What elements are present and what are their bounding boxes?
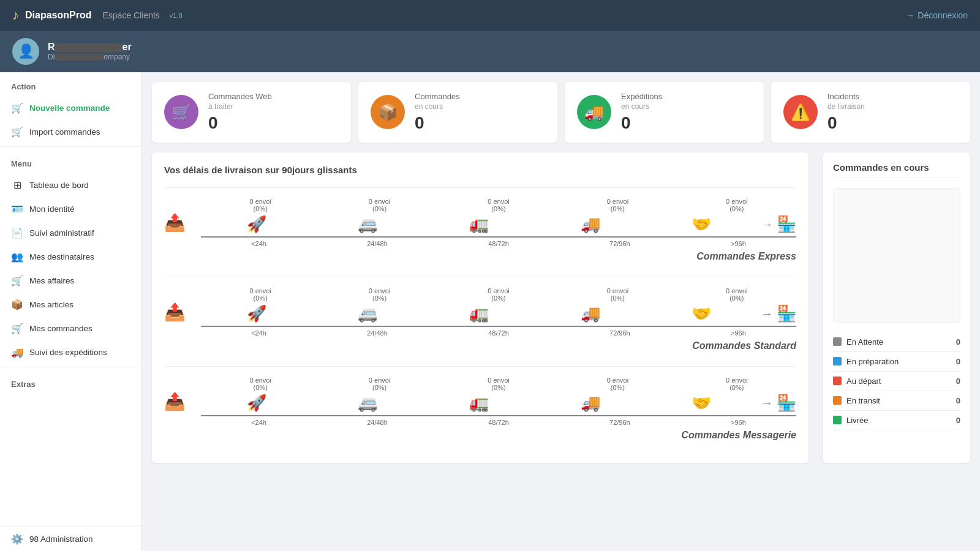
- step-stat-standard-3: 0 envoi(0%): [607, 287, 628, 302]
- step-stat-express-0: 0 envoi(0%): [249, 198, 271, 212]
- timeline-express: 📤 0 envoi(0%) 0 envoi(0%) 0 envoi(0%) 0 …: [164, 198, 796, 247]
- sidebar-item-suivi-expeditions[interactable]: 🚚 Suivi des expéditions: [0, 340, 141, 364]
- step-vehicle-express-4: 🤝: [692, 215, 711, 234]
- step-stat-express-2: 0 envoi(0%): [488, 198, 509, 212]
- main-content: 🛒 Commandes Web à traiter 0 📦 Commandes …: [142, 72, 980, 551]
- commandes-web-label: Commandes Web: [208, 92, 339, 102]
- track-messagerie: [201, 415, 796, 416]
- track-express: [201, 236, 796, 238]
- expeditions-value: 0: [621, 113, 752, 133]
- sidebar-item-nouvelle-commande[interactable]: 🛒 Nouvelle commande: [0, 96, 141, 120]
- step-stat-standard-0: 0 envoi(0%): [249, 287, 271, 302]
- icon-row-express: 🚀 🚐 🚛 🚚: [201, 215, 796, 234]
- bottom-row: Vos délais de livraison sur 90jours glis…: [152, 152, 970, 463]
- label-msg-0: <24h: [251, 419, 266, 426]
- label-standard-1: 24/48h: [367, 329, 388, 337]
- logout-button[interactable]: → Déconnexion: [906, 10, 968, 20]
- labels-row-messagerie: <24h 24/48h 48/72h 72/96h >96h: [201, 419, 796, 426]
- mon-identite-icon: 🪪: [11, 203, 23, 215]
- step-stat-msg-0: 0 envoi(0%): [249, 377, 271, 391]
- label-msg-4: >96h: [731, 419, 746, 426]
- icons-express: 🚀 🚐 🚛 🚚: [201, 215, 757, 234]
- end-icon-messagerie: 🏪: [777, 394, 796, 413]
- incidents-sublabel: de livraison: [827, 102, 958, 111]
- labels-row-express: <24h 24/48h 48/72h 72/96h >96h: [201, 240, 796, 247]
- logo-icon: ♪: [12, 7, 19, 23]
- step-vehicle-standard-4: 🤝: [692, 304, 711, 323]
- step-stat-msg-1: 0 envoi(0%): [369, 377, 390, 391]
- sidebar-item-label-articles: Mes articles: [29, 300, 74, 309]
- status-label-livree: Livrée: [833, 416, 868, 425]
- status-au-depart: Au départ 0: [833, 372, 960, 391]
- stats-row-messagerie: 0 envoi(0%) 0 envoi(0%) 0 envoi(0%) 0 en…: [201, 377, 796, 391]
- step-stat-express-1: 0 envoi(0%): [369, 198, 390, 212]
- end-icon-standard: 🏪: [777, 304, 796, 323]
- sidebar-item-label-expeditions: Suivi des expéditions: [29, 348, 107, 357]
- timeline-start-icon-messagerie: 📤: [164, 391, 186, 411]
- commandes-web-sublabel: à traiter: [208, 102, 339, 111]
- step-vehicle-msg-1: 🚐: [358, 394, 377, 413]
- step-stat-standard-2: 0 envoi(0%): [488, 287, 509, 302]
- stat-info-commandes-web: Commandes Web à traiter 0: [208, 92, 339, 133]
- status-dot-en-preparation: [833, 357, 842, 365]
- timeline-start-icon-express: 📤: [164, 212, 186, 233]
- incidents-icon: ⚠️: [783, 95, 818, 129]
- sidebar-item-import-commandes[interactable]: 🛒 Import commandes: [0, 120, 141, 144]
- status-count-au-depart: 0: [956, 377, 960, 386]
- sidebar-item-tableau-de-bord[interactable]: ⊞ Tableau de bord: [0, 173, 141, 197]
- nouvelle-commande-icon: 🛒: [11, 102, 23, 114]
- mes-affaires-icon: 🛒: [11, 275, 23, 287]
- step-icon-express-3: 🚚: [581, 215, 600, 234]
- sidebar-item-mes-commandes[interactable]: 🛒 Mes commandes: [0, 317, 141, 340]
- order-status-list: En Attente 0 En préparation 0: [833, 332, 960, 430]
- step-icon-express-4: 🤝: [692, 215, 711, 234]
- sidebar-item-mes-destinataires[interactable]: 👥 Mes destinataires: [0, 245, 141, 269]
- sidebar-item-label-commandes: Mes commandes: [29, 324, 92, 333]
- incidents-label: Incidents: [827, 92, 958, 102]
- user-company: Diompany: [48, 53, 132, 61]
- stat-cards: 🛒 Commandes Web à traiter 0 📦 Commandes …: [152, 82, 970, 143]
- step-stat-express-3: 0 envoi(0%): [607, 198, 628, 212]
- expeditions-icon: 🚚: [577, 95, 611, 129]
- sidebar-item-suivi-administratif[interactable]: 📄 Suivi administratif: [0, 221, 141, 245]
- sidebar-item-mon-identite[interactable]: 🪪 Mon identité: [0, 197, 141, 221]
- stats-row-express: 0 envoi(0%) 0 envoi(0%) 0 envoi(0%) 0 en…: [201, 198, 796, 212]
- step-stat-standard-4: 0 envoi(0%): [726, 287, 747, 302]
- step-vehicle-express-1: 🚐: [358, 215, 377, 234]
- sidebar-item-mes-articles[interactable]: 📦 Mes articles: [0, 293, 141, 317]
- stat-card-commandes-web: 🛒 Commandes Web à traiter 0: [152, 82, 351, 143]
- stat-card-expeditions: 🚚 Expéditions en cours 0: [565, 82, 764, 143]
- administration-icon: ⚙️: [11, 533, 23, 545]
- status-count-en-transit: 0: [956, 396, 960, 405]
- step-vehicle-msg-4: 🤝: [692, 394, 711, 413]
- sidebar-item-administration[interactable]: ⚙️ 98 Administration: [0, 527, 141, 551]
- sidebar-item-mes-affaires[interactable]: 🛒 Mes affaires: [0, 269, 141, 293]
- icons-standard: 🚀 🚐 🚛 🚚 🤝: [201, 304, 757, 323]
- user-name: Rer: [48, 42, 132, 53]
- label-standard-4: >96h: [731, 329, 746, 337]
- suivi-admin-icon: 📄: [11, 227, 23, 239]
- timeline-content-express: 0 envoi(0%) 0 envoi(0%) 0 envoi(0%) 0 en…: [201, 198, 796, 247]
- commandes-en-cours-label: Commandes: [415, 92, 545, 102]
- step-vehicle-express-0: 🚀: [247, 215, 266, 234]
- timeline-messagerie: 📤 0 envoi(0%) 0 envoi(0%) 0 envoi(0%) 0 …: [164, 377, 796, 426]
- step-icon-express-2: 🚛: [469, 215, 489, 234]
- timeline-content-standard: 0 envoi(0%) 0 envoi(0%) 0 envoi(0%) 0 en…: [201, 287, 796, 337]
- header: ♪ DiapasonProd Espace Clients v1.8 → Déc…: [0, 0, 980, 31]
- step-vehicle-standard-3: 🚚: [581, 304, 600, 323]
- express-type-label: Commandes Express: [164, 251, 796, 262]
- status-text-livree: Livrée: [846, 416, 868, 425]
- sidebar-item-label-nouvelle-commande: Nouvelle commande: [29, 103, 110, 113]
- step-vehicle-standard-2: 🚛: [469, 304, 489, 323]
- label-express-1: 24/48h: [367, 240, 388, 247]
- label-express-4: >96h: [731, 240, 746, 247]
- arrow-messagerie: →: [761, 396, 773, 410]
- status-label-en-preparation: En préparation: [833, 357, 899, 366]
- step-vehicle-express-3: 🚚: [581, 215, 600, 234]
- user-bar: 👤 Rer Diompany: [0, 31, 980, 72]
- delivery-section: Vos délais de livraison sur 90jours glis…: [152, 152, 809, 463]
- sidebar-item-label-identite: Mon identité: [29, 204, 75, 214]
- logout-arrow-icon: →: [906, 10, 914, 20]
- app-version: v1.8: [170, 12, 183, 19]
- step-vehicle-standard-0: 🚀: [247, 304, 266, 323]
